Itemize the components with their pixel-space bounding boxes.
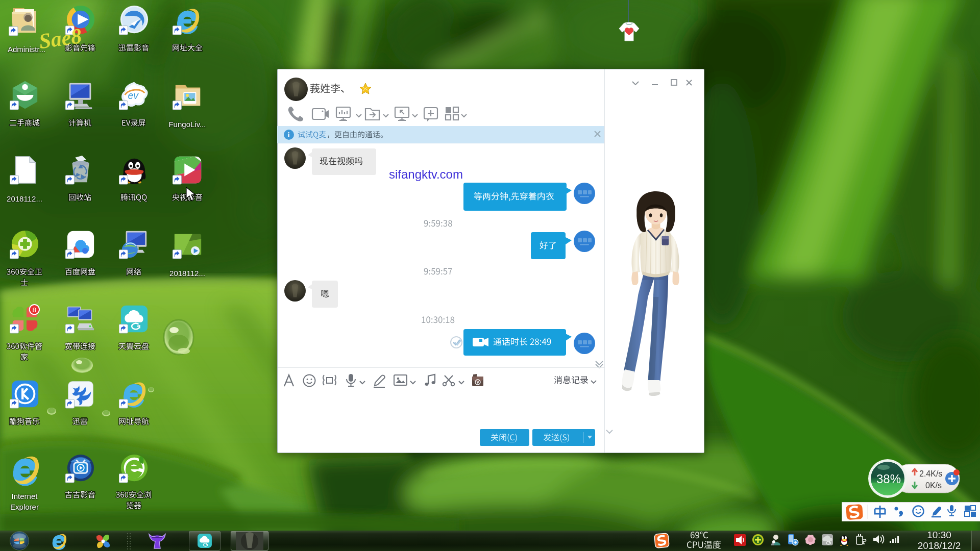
svg-text:0K/s: 0K/s (925, 481, 942, 490)
svg-text:8: 8 (33, 306, 37, 314)
svg-text:i: i (288, 131, 290, 139)
svg-text:Sae8: Sae8 (37, 24, 83, 53)
svg-text:38%: 38% (876, 472, 901, 486)
svg-text:2.4K/s: 2.4K/s (919, 469, 942, 478)
